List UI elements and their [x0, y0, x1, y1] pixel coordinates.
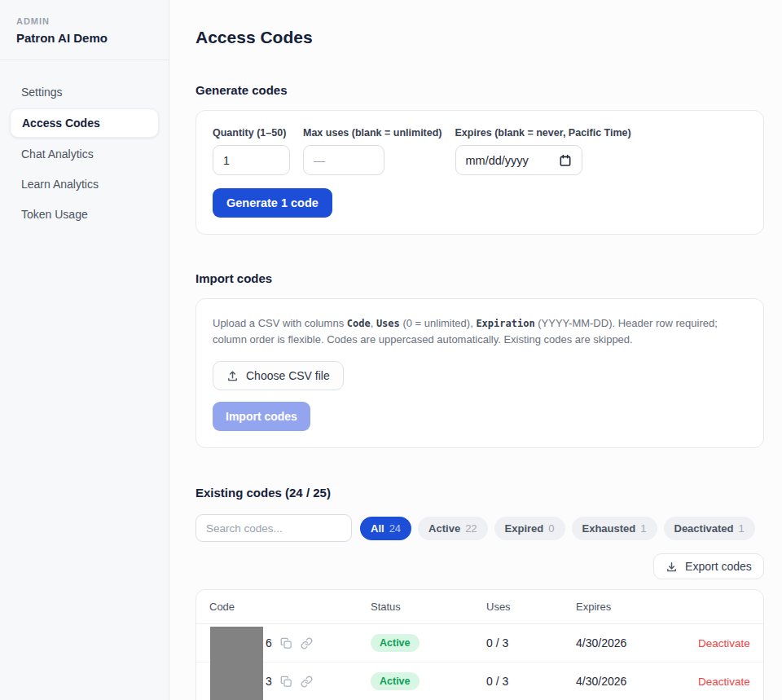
- status-badge: Active: [371, 634, 420, 652]
- import-description: Upload a CSV with columns Code, Uses (0 …: [213, 315, 742, 348]
- upload-icon: [226, 370, 239, 382]
- csv-column-expiration: Expiration: [476, 318, 534, 329]
- action-cell: Deactivate: [698, 636, 750, 649]
- table-row: 6 Active 0 / 3 4/30/2026: [196, 624, 763, 663]
- sidebar-header: ADMIN Patron AI Demo: [0, 0, 169, 60]
- calendar-icon[interactable]: [559, 154, 572, 167]
- sidebar-item-settings[interactable]: Settings: [10, 78, 159, 106]
- filter-pill-active[interactable]: Active 22: [418, 517, 488, 540]
- max-uses-label: Max uses (blank = unlimited): [303, 127, 442, 139]
- sidebar-nav: Settings Access Codes Chat Analytics Lea…: [0, 60, 169, 228]
- filter-pill-all[interactable]: All 24: [360, 517, 411, 540]
- status-cell: Active: [371, 634, 486, 652]
- expires-cell: 4/30/2026: [576, 675, 698, 688]
- main-content: Access Codes Generate codes Quantity (1–…: [169, 0, 782, 700]
- import-codes-button[interactable]: Import codes: [213, 402, 310, 431]
- table-header-row: Code Status Uses Expires: [196, 590, 763, 624]
- generate-codes-button[interactable]: Generate 1 code: [213, 188, 332, 218]
- status-cell: Active: [371, 672, 486, 690]
- quantity-label: Quantity (1–50): [213, 127, 290, 139]
- deactivate-link[interactable]: Deactivate: [698, 637, 750, 649]
- code-value: 3: [266, 675, 272, 688]
- link-icon[interactable]: [301, 676, 313, 688]
- export-codes-button[interactable]: Export codes: [653, 553, 764, 579]
- quantity-field-group: Quantity (1–50): [213, 127, 290, 175]
- import-codes-heading: Import codes: [196, 271, 764, 285]
- expires-cell: 4/30/2026: [576, 636, 698, 649]
- page-title: Access Codes: [196, 28, 764, 47]
- existing-codes-heading: Existing codes (24 / 25): [196, 486, 764, 500]
- sidebar: ADMIN Patron AI Demo Settings Access Cod…: [0, 0, 169, 700]
- code-value: 6: [266, 636, 272, 649]
- link-icon[interactable]: [301, 637, 313, 649]
- export-codes-label: Export codes: [685, 560, 752, 573]
- import-codes-card: Upload a CSV with columns Code, Uses (0 …: [196, 298, 764, 448]
- search-codes-input[interactable]: [196, 514, 352, 542]
- max-uses-field-group: Max uses (blank = unlimited): [303, 127, 442, 175]
- uses-cell: 0 / 3: [486, 675, 576, 688]
- quantity-input[interactable]: [213, 145, 290, 175]
- sidebar-item-learn-analytics[interactable]: Learn Analytics: [10, 170, 159, 198]
- copy-icon[interactable]: [280, 676, 292, 688]
- sidebar-item-access-codes[interactable]: Access Codes: [10, 108, 159, 138]
- col-header-status: Status: [371, 601, 486, 613]
- table-row: 3 Active 0 / 3 4/30/2026: [196, 663, 763, 700]
- filter-pill-deactivated[interactable]: Deactivated 1: [664, 517, 755, 540]
- sidebar-item-token-usage[interactable]: Token Usage: [10, 200, 159, 228]
- uses-cell: 0 / 3: [486, 636, 576, 649]
- expires-field-group: Expires (blank = never, Pacific Time) mm…: [455, 127, 631, 175]
- filter-pills: All 24 Active 22 Expired 0 Exhausted 1 D…: [360, 517, 755, 540]
- date-placeholder: mm/dd/yyyy: [466, 154, 529, 167]
- filter-pill-expired[interactable]: Expired 0: [494, 517, 565, 540]
- max-uses-input[interactable]: [303, 145, 384, 175]
- code-redaction-overlay: [210, 627, 263, 700]
- codes-filter-row: All 24 Active 22 Expired 0 Exhausted 1 D…: [196, 514, 764, 542]
- generate-codes-card: Quantity (1–50) Max uses (blank = unlimi…: [196, 110, 764, 235]
- status-badge: Active: [371, 672, 420, 690]
- expires-label: Expires (blank = never, Pacific Time): [455, 127, 631, 139]
- filter-pill-exhausted[interactable]: Exhausted 1: [572, 517, 657, 540]
- col-header-code: Code: [209, 601, 371, 613]
- generate-codes-heading: Generate codes: [196, 83, 764, 97]
- col-header-uses: Uses: [486, 601, 576, 613]
- csv-column-code: Code: [347, 318, 371, 329]
- copy-icon[interactable]: [280, 637, 292, 649]
- col-header-expires: Expires: [576, 601, 698, 613]
- csv-column-uses: Uses: [376, 318, 400, 329]
- action-cell: Deactivate: [698, 675, 750, 688]
- admin-kicker: ADMIN: [16, 16, 152, 26]
- download-icon: [666, 561, 678, 573]
- choose-csv-file-label: Choose CSV file: [246, 369, 330, 382]
- codes-table: Code Status Uses Expires 6: [196, 589, 764, 700]
- choose-csv-file-button[interactable]: Choose CSV file: [213, 361, 344, 390]
- app-title: Patron AI Demo: [16, 31, 152, 45]
- sidebar-item-chat-analytics[interactable]: Chat Analytics: [10, 140, 159, 168]
- deactivate-link[interactable]: Deactivate: [698, 676, 750, 688]
- export-row: Export codes: [196, 553, 764, 579]
- expires-date-input[interactable]: mm/dd/yyyy: [455, 145, 582, 175]
